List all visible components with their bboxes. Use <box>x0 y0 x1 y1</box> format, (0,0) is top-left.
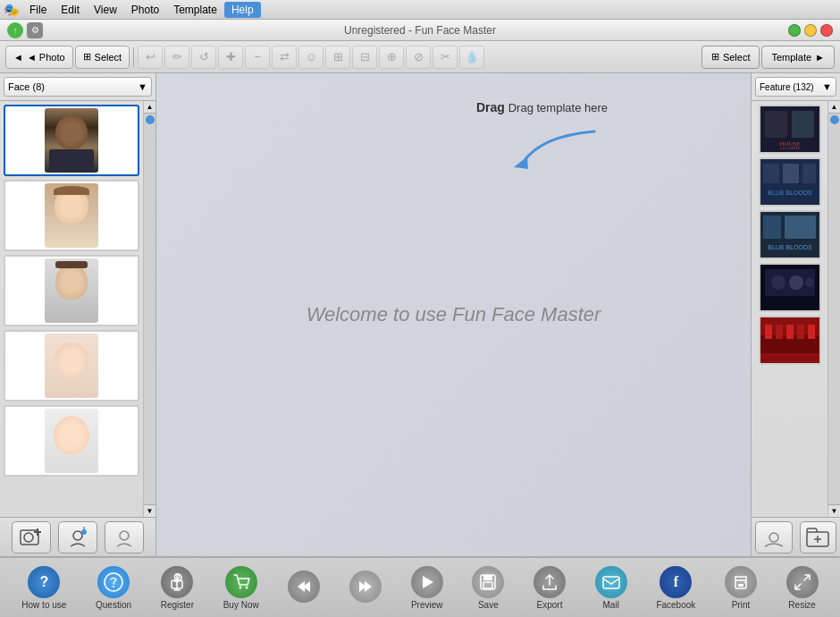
media-back-button[interactable] <box>282 567 325 608</box>
question-label: Question <box>96 600 131 610</box>
add-photo-button[interactable] <box>12 521 51 554</box>
drag-arrow-icon <box>505 123 612 179</box>
tool-drop[interactable]: 💧 <box>459 46 484 69</box>
svg-rect-10 <box>765 111 787 138</box>
menu-view[interactable]: View <box>87 2 124 18</box>
howto-label: How to use <box>21 600 66 610</box>
left-scrollbar[interactable]: ▲ ▼ <box>143 101 155 517</box>
feature-dropdown[interactable]: Feature (132) ▼ <box>755 77 836 97</box>
svg-point-25 <box>771 275 785 290</box>
tool-add[interactable]: ✚ <box>218 46 243 69</box>
scroll-down-button[interactable]: ▼ <box>144 504 156 517</box>
svg-rect-34 <box>808 325 815 339</box>
scroll-up-button[interactable]: ▲ <box>144 101 156 114</box>
close-button[interactable] <box>820 24 833 37</box>
template-list: HOUSE of CARDS BLUE BLOODS <box>752 101 827 517</box>
select-button-right[interactable]: ⊞ Select <box>701 46 760 69</box>
tool-shrink[interactable]: ⊟ <box>352 46 377 69</box>
register-button[interactable]: Register <box>155 562 199 613</box>
tool-pencil[interactable]: ✏ <box>164 46 189 69</box>
tool-zoom[interactable]: ⊕ <box>379 46 404 69</box>
template-thumbnail-4 <box>760 265 819 310</box>
media-forward-icon <box>349 571 382 603</box>
face-item[interactable] <box>4 330 139 401</box>
save-icon <box>472 566 504 598</box>
feature-dropdown-arrow: ▼ <box>822 81 832 92</box>
tool-undo[interactable]: ↩ <box>138 46 163 69</box>
menu-photo[interactable]: Photo <box>124 2 166 18</box>
mail-label: Mail <box>603 600 619 610</box>
svg-text:BLUE BLOODS: BLUE BLOODS <box>768 190 812 196</box>
scroll-track <box>144 114 155 504</box>
svg-point-35 <box>769 533 778 542</box>
save-label: Save <box>478 600 499 610</box>
delete-photo-button[interactable] <box>105 521 144 554</box>
right-scrollbar[interactable]: ▲ ▼ <box>827 101 840 517</box>
svg-point-43 <box>245 586 248 588</box>
template-folder-button[interactable] <box>800 521 837 554</box>
add-template-button[interactable] <box>755 521 793 554</box>
preview-button[interactable]: Preview <box>406 562 449 613</box>
media-forward-button[interactable] <box>344 567 387 608</box>
face-dropdown[interactable]: Face (8) ▼ <box>4 77 152 97</box>
svg-rect-21 <box>785 216 816 239</box>
menu-edit[interactable]: Edit <box>54 2 87 18</box>
right-scroll-down[interactable]: ▼ <box>828 504 841 517</box>
face-item[interactable] <box>4 105 139 176</box>
window-controls <box>788 24 833 37</box>
mail-button[interactable]: Mail <box>590 562 633 613</box>
save-button[interactable]: Save <box>466 562 509 613</box>
edit-photo-icon <box>65 525 90 550</box>
tool-grid[interactable]: ⊞ <box>325 46 350 69</box>
template-thumbnail-5 <box>760 317 819 363</box>
settings-icon[interactable]: ⚙ <box>27 22 43 38</box>
face-item[interactable] <box>4 255 139 326</box>
minimize-button[interactable] <box>804 24 817 37</box>
preview-label: Preview <box>411 600 443 610</box>
select-grid-icon: ⊞ <box>83 51 91 63</box>
feature-dropdown-label: Feature (132) <box>760 82 814 92</box>
face-dropdown-label: Face (8) <box>8 81 45 92</box>
tool-cut[interactable]: ✂ <box>433 46 458 69</box>
howto-button[interactable]: ? How to use <box>16 562 71 613</box>
template-item[interactable]: BLUE BLOODS <box>759 210 821 259</box>
register-label: Register <box>161 600 194 610</box>
menu-template[interactable]: Template <box>166 2 224 18</box>
svg-rect-17 <box>802 164 816 183</box>
template-item[interactable] <box>759 316 821 365</box>
update-icon[interactable]: ↑ <box>7 22 23 38</box>
resize-button[interactable]: Resize <box>781 562 824 613</box>
right-scroll-up[interactable]: ▲ <box>828 101 841 114</box>
facebook-button[interactable]: f Facebook <box>651 562 701 613</box>
menu-file[interactable]: File <box>22 2 54 18</box>
template-arrow-icon: ► <box>815 52 825 63</box>
edit-photo-button[interactable] <box>58 521 97 554</box>
photo-button[interactable]: ◄ ◄ Photo <box>5 46 73 69</box>
template-item[interactable] <box>759 263 821 312</box>
svg-marker-8 <box>514 156 528 169</box>
buynow-button[interactable]: Buy Now <box>218 562 265 613</box>
svg-rect-31 <box>776 325 783 339</box>
register-icon <box>161 566 193 598</box>
tool-face[interactable]: ☺ <box>298 46 323 69</box>
tool-redo[interactable]: ↺ <box>191 46 216 69</box>
print-button[interactable]: Print <box>719 562 762 613</box>
tool-flip[interactable]: ⇄ <box>272 46 297 69</box>
question-button[interactable]: Question <box>90 562 137 613</box>
select-button-left[interactable]: ⊞ Select <box>75 46 130 69</box>
template-button[interactable]: Template ► <box>761 46 835 69</box>
svg-point-26 <box>789 275 803 290</box>
print-label: Print <box>732 600 751 610</box>
face-item[interactable] <box>4 405 139 477</box>
svg-rect-20 <box>763 216 781 239</box>
template-item[interactable]: HOUSE of CARDS <box>759 105 821 154</box>
tool-minus[interactable]: − <box>245 46 270 69</box>
template-item[interactable]: BLUE BLOODS <box>759 157 821 207</box>
maximize-button[interactable] <box>788 24 801 37</box>
menu-help[interactable]: Help <box>224 2 261 18</box>
export-button[interactable]: Export <box>528 562 571 613</box>
face-item[interactable] <box>4 180 139 251</box>
tool-circle[interactable]: ⊘ <box>406 46 431 69</box>
window-title: Unregistered - Fun Face Master <box>344 24 496 37</box>
canvas-area[interactable]: Welcome to use Fun Face Master Drag Drag… <box>156 73 751 556</box>
